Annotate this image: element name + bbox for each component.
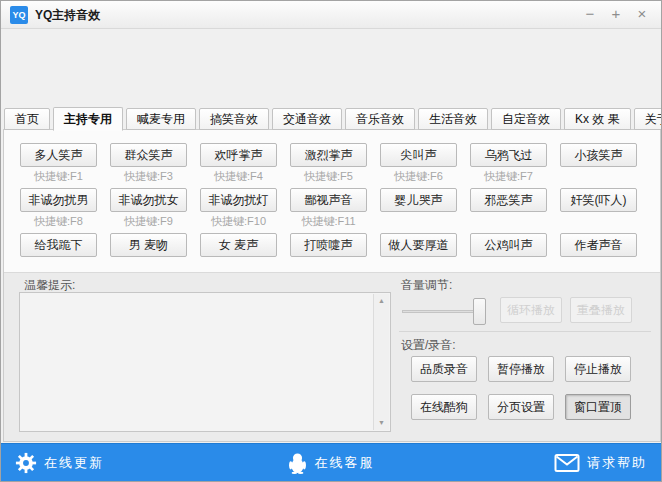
sound-button[interactable]: 男 麦吻 [110, 233, 187, 257]
tab-strip: 首页 主持专用 喊麦专用 搞笑音效 交通音效 音乐音效 生活音效 自定音效 Kx… [4, 106, 658, 130]
online-kugou-button[interactable]: 在线酷狗 [411, 394, 477, 420]
window-topmost-button[interactable]: 窗口置顶 [565, 394, 631, 420]
window-controls: − + × [577, 1, 655, 29]
sound-button[interactable]: 小孩笑声 [560, 143, 637, 167]
volume-slider-thumb[interactable] [473, 298, 486, 325]
hotkey-label: 快捷键:F11 [290, 214, 367, 230]
sound-cell: 尖叫声 快捷键:F6 [380, 143, 457, 188]
online-update-link[interactable]: 在线更新 [15, 452, 104, 474]
online-update-label: 在线更新 [44, 454, 104, 472]
sound-button[interactable]: 尖叫声 [380, 143, 457, 167]
stop-play-button[interactable]: 停止播放 [565, 356, 631, 382]
tips-textarea[interactable]: ▲ ▼ [19, 292, 391, 432]
sound-button[interactable]: 做人要厚道 [380, 233, 457, 257]
hotkey-label: 快捷键:F6 [380, 169, 457, 185]
sound-cell: 小孩笑声 [560, 143, 637, 188]
sound-row-3: 给我跪下 男 麦吻 女 麦声 打喷嚏声 做人要厚道 公鸡叫声 作 [20, 233, 637, 259]
sound-button[interactable]: 非诚勿扰男 [20, 188, 97, 212]
tab-host[interactable]: 主持专用 [53, 107, 123, 131]
title-bar[interactable]: YQ YQ主持音效 − + × [1, 1, 661, 29]
request-help-link[interactable]: 请求帮助 [554, 453, 647, 473]
sound-button[interactable]: 非诚勿扰女 [110, 188, 187, 212]
sound-button[interactable]: 奸笑(吓人) [560, 188, 637, 212]
sound-button[interactable]: 邪恶笑声 [470, 188, 547, 212]
sound-cell: 非诚勿扰男 快捷键:F8 [20, 188, 97, 233]
hotkey-label [560, 214, 637, 230]
sound-cell: 群众笑声 快捷键:F3 [110, 143, 187, 188]
maximize-button[interactable]: + [603, 1, 629, 29]
window-title: YQ主持音效 [35, 1, 100, 29]
close-button[interactable]: × [629, 1, 655, 29]
sound-button[interactable]: 给我跪下 [20, 233, 97, 257]
sound-cell: 非诚勿扰灯 快捷键:F10 [200, 188, 277, 233]
request-help-label: 请求帮助 [587, 454, 647, 472]
hotkey-label [560, 169, 637, 185]
app-icon: YQ [10, 6, 28, 24]
sound-cell: 乌鸦飞过 快捷键:F7 [470, 143, 547, 188]
sound-cell: 激烈掌声 快捷键:F5 [290, 143, 367, 188]
tab-traffic[interactable]: 交通音效 [272, 108, 342, 130]
lower-panel: 温馨提示: ▲ ▼ 音量调节: 循环播放 重叠播放 设置/录音: 品质录音 暂停… [4, 272, 660, 441]
tab-home[interactable]: 首页 [4, 108, 50, 130]
content-panel: 多人笑声 快捷键:F1 群众笑声 快捷键:F3 欢呼掌声 快捷键:F4 激烈掌声… [3, 129, 661, 442]
scroll-down-icon[interactable]: ▼ [374, 416, 389, 430]
hotkey-label: 快捷键:F4 [200, 169, 277, 185]
sound-cell: 鄙视声音 快捷键:F11 [290, 188, 367, 233]
hotkey-label: 快捷键:F10 [200, 214, 277, 230]
hotkey-label: 快捷键:F7 [470, 169, 547, 185]
tab-custom[interactable]: 自定音效 [491, 108, 561, 130]
sound-button[interactable]: 鄙视声音 [290, 188, 367, 212]
tab-about[interactable]: 关于音效 [634, 108, 662, 130]
sound-button[interactable]: 作者声音 [560, 233, 637, 257]
settings-label: 设置/录音: [401, 337, 456, 354]
sound-button[interactable]: 群众笑声 [110, 143, 187, 167]
pause-play-button[interactable]: 暂停播放 [488, 356, 554, 382]
sound-button[interactable]: 多人笑声 [20, 143, 97, 167]
minimize-button[interactable]: − [577, 1, 603, 29]
sound-button[interactable]: 打喷嚏声 [290, 233, 367, 257]
sound-button[interactable]: 公鸡叫声 [470, 233, 547, 257]
tab-life[interactable]: 生活音效 [418, 108, 488, 130]
hotkey-label: 快捷键:F1 [20, 169, 97, 185]
scroll-up-icon[interactable]: ▲ [374, 294, 389, 308]
tab-kx-effect[interactable]: Kx 效 果 [564, 108, 631, 130]
hotkey-label: 快捷键:F5 [290, 169, 367, 185]
sound-button[interactable]: 非诚勿扰灯 [200, 188, 277, 212]
sound-cell: 给我跪下 [20, 233, 97, 259]
sound-cell: 公鸡叫声 [470, 233, 547, 259]
tips-scrollbar[interactable]: ▲ ▼ [373, 294, 389, 430]
control-panel: 音量调节: 循环播放 重叠播放 设置/录音: 品质录音 暂停播放 停止播放 在线… [397, 275, 655, 445]
gear-icon [15, 452, 37, 474]
sound-cell: 欢呼掌声 快捷键:F4 [200, 143, 277, 188]
sound-row-2: 非诚勿扰男 快捷键:F8 非诚勿扰女 快捷键:F9 非诚勿扰灯 快捷键:F10 … [20, 188, 637, 233]
overlap-play-button[interactable]: 重叠播放 [570, 297, 632, 323]
hotkey-label: 快捷键:F3 [110, 169, 187, 185]
online-support-link[interactable]: 在线客服 [288, 452, 375, 474]
sound-cell: 多人笑声 快捷键:F1 [20, 143, 97, 188]
sound-cell: 男 麦吻 [110, 233, 187, 259]
hotkey-label: 快捷键:F9 [110, 214, 187, 230]
online-support-label: 在线客服 [315, 454, 375, 472]
hotkey-label [470, 214, 547, 230]
sound-button-grid: 多人笑声 快捷键:F1 群众笑声 快捷键:F3 欢呼掌声 快捷键:F4 激烈掌声… [20, 143, 637, 259]
page-settings-button[interactable]: 分页设置 [488, 394, 554, 420]
sound-cell: 婴儿哭声 [380, 188, 457, 233]
tab-music[interactable]: 音乐音效 [345, 108, 415, 130]
hotkey-label: 快捷键:F8 [20, 214, 97, 230]
qq-penguin-icon [288, 452, 308, 474]
sound-cell: 邪恶笑声 [470, 188, 547, 233]
loop-play-button[interactable]: 循环播放 [500, 297, 562, 323]
sound-cell: 非诚勿扰女 快捷键:F9 [110, 188, 187, 233]
tab-mc[interactable]: 喊麦专用 [126, 108, 196, 130]
record-quality-button[interactable]: 品质录音 [411, 356, 477, 382]
sound-button[interactable]: 乌鸦飞过 [470, 143, 547, 167]
hotkey-label [380, 214, 457, 230]
sound-button[interactable]: 欢呼掌声 [200, 143, 277, 167]
tab-funny[interactable]: 搞笑音效 [199, 108, 269, 130]
sound-button[interactable]: 婴儿哭声 [380, 188, 457, 212]
sound-button[interactable]: 女 麦声 [200, 233, 277, 257]
sound-button[interactable]: 激烈掌声 [290, 143, 367, 167]
sound-cell: 做人要厚道 [380, 233, 457, 259]
sound-cell: 女 麦声 [200, 233, 277, 259]
app-window: YQ YQ主持音效 − + × 首页 主持专用 喊麦专用 搞笑音效 交通音效 音… [0, 0, 662, 482]
